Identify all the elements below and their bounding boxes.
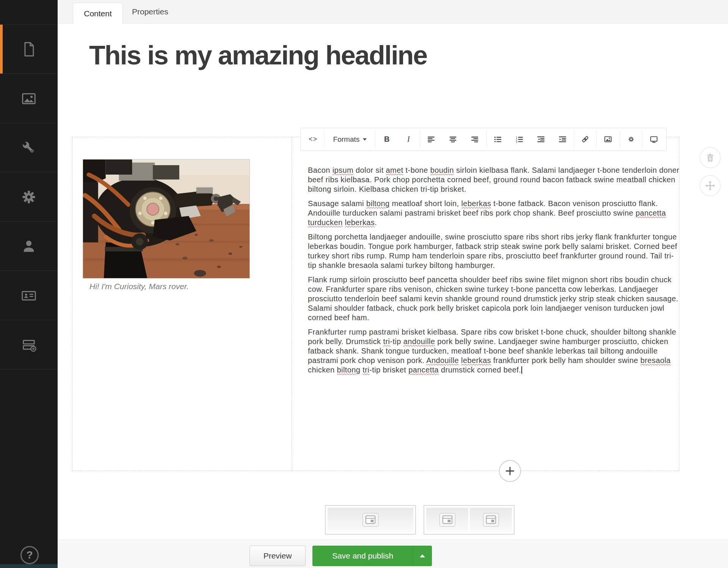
move-row-button[interactable] — [700, 175, 721, 196]
layout-cell — [426, 508, 468, 532]
bullet-list-button[interactable] — [487, 128, 508, 150]
bold-glyph: B — [384, 135, 389, 144]
link-icon — [581, 135, 589, 143]
text-cursor — [521, 366, 522, 374]
user-icon — [20, 238, 37, 255]
help-button[interactable]: ? — [20, 546, 39, 564]
align-right-button[interactable] — [464, 128, 485, 150]
macro-icon — [627, 135, 635, 143]
tab-properties[interactable]: Properties — [132, 0, 168, 23]
page-title-field[interactable]: This is my amazing headline — [89, 40, 427, 70]
publish-options-toggle[interactable] — [413, 546, 431, 566]
toolbar-separator — [420, 131, 420, 147]
toolbar-separator — [620, 131, 620, 147]
numbered-list-button[interactable]: 123 — [508, 128, 530, 150]
indent-button[interactable] — [552, 128, 573, 150]
outdent-button[interactable] — [530, 128, 552, 150]
sidebar-item-users[interactable] — [0, 222, 58, 271]
toolbar-separator — [642, 131, 643, 147]
layout-icon — [365, 515, 376, 524]
insert-image-button[interactable] — [597, 128, 619, 150]
bold-button[interactable]: B — [376, 128, 398, 150]
image-caption[interactable]: Hi! I'm Curiosity, Mars rover. — [89, 282, 189, 291]
move-icon — [705, 180, 715, 191]
sidebar-item-media[interactable] — [0, 74, 58, 123]
editor-paragraph: Frankfurter rump pastrami brisket kielba… — [308, 327, 679, 375]
sidebar-item-content[interactable] — [0, 25, 58, 74]
toolbar-separator — [486, 131, 486, 147]
sidebar-sections — [0, 24, 58, 369]
toolbar-separator — [596, 131, 597, 147]
trash-icon — [705, 153, 715, 163]
embed-button[interactable] — [643, 128, 665, 150]
italic-button[interactable]: I — [398, 128, 419, 150]
grid-layout-option-single[interactable] — [325, 505, 416, 535]
rte-content[interactable]: Bacon ipsum dolor sit amet t-bone boudin… — [308, 166, 679, 380]
grid-layout-option-double[interactable] — [424, 505, 515, 535]
toolbar-separator — [574, 131, 574, 147]
align-right-icon — [471, 135, 479, 143]
caret-up-icon — [420, 554, 425, 557]
editor-paragraph: Biltong porchetta landjaeger andouille, … — [308, 232, 679, 270]
insert-image-icon — [604, 135, 612, 143]
outdent-icon — [537, 135, 545, 143]
source-code-button[interactable]: <> — [302, 128, 324, 150]
formats-button[interactable]: Formats — [325, 128, 375, 150]
layout-icon — [442, 515, 453, 524]
grid-column-divider — [292, 137, 292, 471]
editor-paragraph: Flank rump sirloin prosciutto beef pance… — [308, 275, 679, 322]
sidebar-item-members[interactable] — [0, 271, 58, 320]
preview-button[interactable]: Preview — [249, 546, 306, 566]
layout-cell — [328, 508, 413, 532]
layout-cell — [470, 508, 512, 532]
layout-icon-frame — [483, 513, 499, 527]
indent-icon — [559, 135, 566, 143]
rte-toolbar: <>FormatsBI123 — [300, 128, 667, 151]
toolbar-separator — [324, 131, 325, 147]
align-center-button[interactable] — [442, 128, 464, 150]
sidebar-item-settings[interactable] — [0, 123, 58, 172]
rover-photo[interactable] — [83, 159, 250, 279]
media-icon — [20, 90, 38, 107]
svg-text:3: 3 — [516, 141, 517, 143]
toolbar-separator — [375, 131, 376, 147]
layout-icon-frame — [362, 513, 378, 527]
editor-paragraph: Sausage salami biltong meatloaf short lo… — [308, 199, 679, 227]
document-icon — [20, 41, 37, 58]
wrench-icon — [20, 139, 38, 156]
source-code-glyph: <> — [309, 135, 317, 143]
macro-button[interactable] — [620, 128, 642, 150]
app-sidebar: ? — [0, 0, 58, 568]
italic-glyph: I — [407, 135, 410, 144]
delete-row-button[interactable] — [700, 147, 721, 168]
editor-paragraph: Bacon ipsum dolor sit amet t-bone boudin… — [308, 166, 679, 194]
link-button[interactable] — [574, 128, 596, 150]
id-card-icon — [20, 287, 38, 304]
align-center-icon — [449, 135, 457, 143]
bullet-list-icon — [494, 135, 502, 143]
sidebar-footer-strip — [0, 564, 58, 568]
layout-icon — [486, 515, 496, 524]
save-label: Save and publish — [313, 546, 413, 566]
align-left-button[interactable] — [420, 128, 442, 150]
align-left-icon — [427, 135, 435, 143]
list-add-icon — [20, 336, 38, 354]
layout-icon-frame — [439, 513, 455, 527]
add-row-button[interactable] — [499, 460, 521, 482]
formats-label: Formats — [333, 135, 360, 144]
active-section-indicator — [0, 25, 3, 74]
caret-down-icon — [363, 138, 367, 141]
tab-bar: Content Properties — [58, 0, 728, 23]
embed-icon — [650, 135, 658, 143]
tab-content[interactable]: Content — [73, 3, 123, 24]
sidebar-item-forms[interactable] — [0, 320, 58, 369]
save-and-publish-button[interactable]: Save and publish — [312, 546, 432, 566]
plus-icon — [504, 465, 516, 477]
cms-editor-window: ? Content Properties This is my amazing … — [0, 0, 728, 568]
gear-icon — [20, 188, 38, 206]
sidebar-item-developer[interactable] — [0, 172, 58, 222]
numbered-list-icon: 123 — [515, 135, 523, 143]
mars-rover-illustration — [83, 160, 249, 278]
